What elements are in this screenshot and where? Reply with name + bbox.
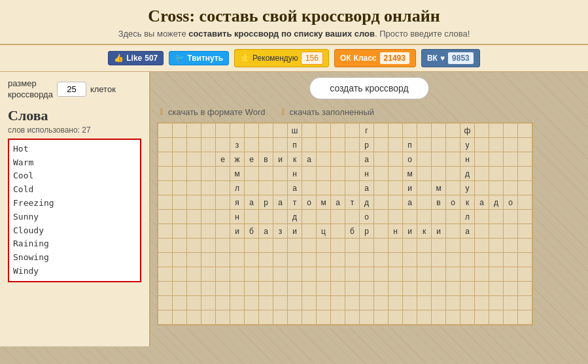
grid-cell	[374, 282, 389, 296]
size-input[interactable]	[57, 82, 86, 97]
grid-cell	[374, 195, 389, 210]
grid-cell	[317, 267, 331, 282]
grid-cell	[475, 282, 489, 296]
grid-cell	[432, 296, 446, 310]
grid-cell	[158, 310, 173, 325]
facebook-like-button[interactable]: 👍 Like 507	[108, 51, 164, 65]
grid-cell	[475, 310, 489, 325]
grid-cell	[345, 152, 360, 167]
grid-cell	[489, 224, 504, 239]
grid-cell	[475, 181, 489, 195]
grid-cell: м	[230, 167, 245, 181]
grid-cell	[302, 310, 317, 325]
grid-cell	[489, 296, 504, 310]
ok-button[interactable]: ОК Класс 21493	[334, 49, 416, 67]
grid-cell	[518, 167, 532, 181]
twitter-label: Твитнуть	[187, 54, 223, 63]
grid-cell	[374, 224, 389, 239]
grid-cell	[389, 239, 403, 253]
download-filled-link[interactable]: ⬇ скачать заполненный	[279, 106, 375, 118]
grid-cell: е	[245, 152, 259, 167]
grid-cell	[389, 124, 403, 138]
grid-cell	[245, 181, 259, 195]
recommend-button[interactable]: ⭐ Рекомендую 156	[234, 49, 329, 67]
grid-cell	[216, 181, 230, 195]
grid-cell	[187, 124, 201, 138]
words-title: Слова	[8, 107, 141, 124]
grid-cell	[403, 210, 417, 224]
grid-cell	[201, 239, 216, 253]
grid-cell	[403, 267, 417, 282]
grid-cell: д	[460, 167, 475, 181]
grid-cell	[504, 310, 518, 325]
grid-cell	[245, 267, 259, 282]
grid-cell	[345, 253, 360, 267]
grid-cell	[317, 124, 331, 138]
grid-cell	[187, 224, 201, 239]
grid-cell	[475, 138, 489, 152]
grid-cell	[331, 282, 345, 296]
grid-cell	[245, 239, 259, 253]
vk-button[interactable]: ВК ♥ 9853	[421, 49, 480, 67]
grid-cell	[331, 167, 345, 181]
grid-cell: н	[288, 167, 302, 181]
grid-cell	[446, 267, 460, 282]
grid-cell	[460, 253, 475, 267]
grid-cell	[230, 296, 245, 310]
grid-cell	[489, 267, 504, 282]
grid-cell	[201, 296, 216, 310]
create-crossword-button[interactable]: создать кроссворд	[309, 77, 429, 99]
grid-cell	[273, 138, 288, 152]
grid-cell: о	[302, 195, 317, 210]
grid-cell	[389, 195, 403, 210]
main-content: размер кроссворда клеток Слова слов испо…	[0, 72, 588, 346]
grid-cell	[216, 310, 230, 325]
grid-cell	[288, 296, 302, 310]
grid-cell	[360, 239, 374, 253]
grid-cell	[158, 239, 173, 253]
grid-cell	[259, 138, 273, 152]
grid-cell	[245, 210, 259, 224]
twitter-button[interactable]: 🐦 Твитнуть	[169, 51, 229, 65]
grid-cell	[245, 253, 259, 267]
right-panel: создать кроссворд ⬇ скачать в формате Wo…	[150, 72, 588, 346]
grid-cell	[518, 195, 532, 210]
grid-cell	[230, 267, 245, 282]
words-textarea[interactable]: Hot Warm Cool Cold Freezing Sunny Cloudy…	[8, 139, 141, 282]
download-word-link[interactable]: ⬇ скачать в формате Word	[157, 106, 266, 118]
grid-cell	[460, 310, 475, 325]
grid-cell	[489, 310, 504, 325]
grid-cell: о	[403, 152, 417, 167]
grid-cell	[173, 282, 187, 296]
grid-cell	[259, 181, 273, 195]
grid-cell	[216, 210, 230, 224]
grid-cell	[173, 167, 187, 181]
grid-cell	[187, 210, 201, 224]
grid-cell: р	[360, 224, 374, 239]
left-panel: размер кроссворда клеток Слова слов испо…	[0, 72, 150, 346]
grid-cell	[518, 253, 532, 267]
size-label-line1: размер	[8, 78, 53, 90]
grid-cell	[446, 310, 460, 325]
grid-cell	[173, 224, 187, 239]
grid-cell	[417, 239, 432, 253]
grid-cell: б	[245, 224, 259, 239]
grid-cell	[317, 210, 331, 224]
grid-cell	[331, 239, 345, 253]
grid-cell	[317, 310, 331, 325]
grid-cell	[446, 167, 460, 181]
twitter-icon: 🐦	[175, 54, 184, 63]
download-row: ⬇ скачать в формате Word ⬇ скачать запол…	[157, 106, 581, 118]
grid-cell	[201, 138, 216, 152]
grid-cell	[288, 267, 302, 282]
grid-cell	[504, 239, 518, 253]
grid-cell	[201, 195, 216, 210]
words-count: слов использовано: 27	[8, 125, 141, 135]
grid-cell: д	[360, 195, 374, 210]
grid-cell	[201, 282, 216, 296]
grid-cell: о	[446, 195, 460, 210]
grid-cell	[187, 152, 201, 167]
grid-cell	[288, 310, 302, 325]
grid-cell	[201, 124, 216, 138]
grid-cell	[201, 167, 216, 181]
